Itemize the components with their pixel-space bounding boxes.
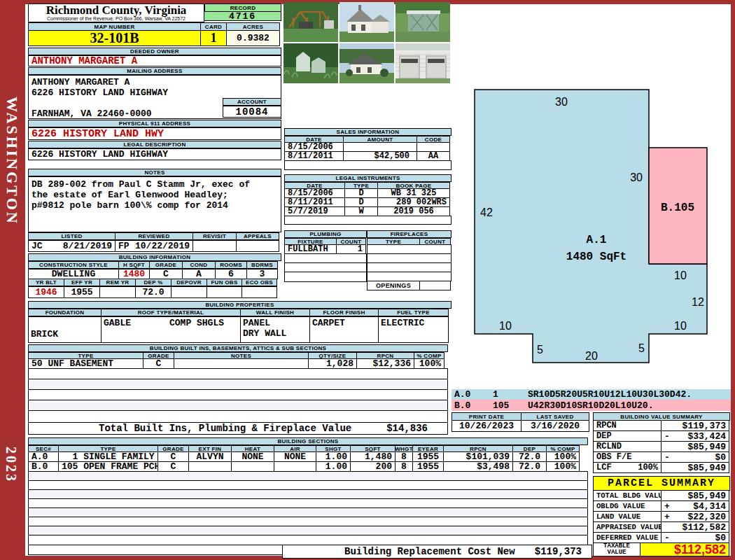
deeded-owner-label: DEEDED OWNER xyxy=(28,48,281,55)
legal-instrument-row: 8/11/2011 D 289 002WRS xyxy=(284,197,450,207)
sales-cell xyxy=(343,142,417,152)
cond-value: A xyxy=(182,269,216,279)
replacement-cost-label: Building Replacement Cost New xyxy=(344,546,515,557)
legend-vector: SR10D5R20U5R10U12L10U30L30D42. xyxy=(528,389,692,400)
bs-cell: 100% xyxy=(546,451,580,462)
bs-cell: 105 OPEN FRAME PCH xyxy=(58,461,158,472)
bvs-value: $119,373 xyxy=(682,421,726,431)
last-saved-value: 3/16/2020 xyxy=(521,420,589,432)
ecoobs-label: ECO OBS xyxy=(241,279,277,286)
bs-cell: C xyxy=(158,451,189,462)
bvs-row: OBS F/E - $0 xyxy=(593,451,729,463)
review-header-row: LISTED REVIEWED REVISIT APPEALS xyxy=(28,232,279,240)
bvs-label: RPCN xyxy=(593,420,662,431)
building-section-row: B.0 105 OPEN FRAME PCH C 1.00 200 8 1955… xyxy=(28,461,580,472)
sidebar-spine: WASHINGTON 2023 xyxy=(0,0,25,560)
dim-bottom-right: 10 xyxy=(674,320,687,332)
foundation-value: BRICK xyxy=(28,316,102,343)
depovr-value xyxy=(171,286,207,298)
ps-value: $22,320 xyxy=(687,512,726,522)
bvs-label: LCF xyxy=(596,463,612,472)
sidebar-district-label: WASHINGTON xyxy=(3,97,21,225)
bs-cell: 8 xyxy=(395,451,413,462)
notes-line-3: p#9812 pole barn 100\% comp for 2014 xyxy=(31,200,278,211)
area-a-label: A.1 xyxy=(587,234,607,246)
legal-instrument-row: 5/7/2019 W 2019 056 xyxy=(284,206,450,216)
photo-greenhouse-thumbnail[interactable] xyxy=(284,43,338,83)
funobs-label: FUN OBS xyxy=(206,279,242,286)
sketch-legend-row-b: B.0 105 U42R30D10SR10D20L10U20. xyxy=(451,400,731,411)
bs-cell: C xyxy=(158,461,189,472)
photo-pole-barn-thumbnail[interactable] xyxy=(284,2,338,42)
photo-garage-thumbnail[interactable] xyxy=(396,43,450,83)
sales-row: 8/15/2006 xyxy=(284,142,450,152)
bvs-value: $0 xyxy=(715,452,726,463)
bvs-row: LCF 100% $85,949 xyxy=(593,462,729,473)
building-sections-title: BUILDING SECTIONS xyxy=(28,438,588,445)
print-info-value-row: 10/26/2023 3/16/2020 xyxy=(451,420,589,432)
listed-date: 8/21/2019 xyxy=(63,241,112,251)
hsqft-value: 1480 xyxy=(118,269,150,279)
built-ins-total-value: $14,836 xyxy=(386,423,428,434)
bs-cell: $101,039 xyxy=(443,451,513,462)
ps-value: $4,314 xyxy=(693,501,726,512)
legal-instrument-row xyxy=(284,216,451,225)
taxable-value-row: TAXABLE VALUE $112,582 xyxy=(593,542,729,556)
bdrms-label: BDRMS xyxy=(246,261,278,269)
ps-sign: - xyxy=(664,533,670,543)
notes-label: NOTES xyxy=(28,169,281,176)
ps-value: $0 xyxy=(715,533,726,543)
parcel-summary-row: DEFERRED VALUE - $0 xyxy=(593,532,729,543)
review-value-row: JC 8/21/2019 FP 10/22/2019 xyxy=(28,240,279,252)
ps-sign: + xyxy=(664,512,670,522)
bs-cell: ALVYN xyxy=(188,451,232,462)
photo-metal-shed-thumbnail[interactable] xyxy=(396,2,450,42)
building-info-value-row-1: DWELLING 1480 C A 6 3 xyxy=(28,269,278,279)
dim-under-b: 10 xyxy=(674,270,687,281)
bs-cell: 200 xyxy=(350,461,396,472)
notes-line-2: the estate of Earl Glenwood Headley; xyxy=(31,190,278,200)
fireplaces-title: FIREPLACES xyxy=(367,230,451,238)
bs-cell: 72.0 xyxy=(512,461,547,472)
roof-type-value: GABLE xyxy=(104,318,131,328)
plumbing-row: FULLBATH 1 xyxy=(284,244,366,254)
notes-box: DB 289-002 from Paul C Stamm Jr, exec of… xyxy=(28,176,281,232)
bvs-label: RCLND xyxy=(593,441,662,452)
taxable-value-label: TAXABLE VALUE xyxy=(593,542,640,556)
bs-cell: A.0 xyxy=(28,451,59,462)
bvs-pct: 100% xyxy=(638,463,658,472)
account-label: ACCOUNT xyxy=(223,98,281,106)
bs-cell xyxy=(188,461,232,472)
legend-num: 1 xyxy=(493,389,528,400)
photo-house-front-thumbnail[interactable] xyxy=(340,2,394,42)
dep-pct-value: 72.0 xyxy=(135,286,172,298)
record-value: 4716 xyxy=(204,11,281,21)
yrblt-value: 1946 xyxy=(28,286,64,298)
li-cell: 5/7/2019 xyxy=(284,206,345,216)
rooms-value: 6 xyxy=(215,269,247,279)
effyr-label: EFF YR xyxy=(64,279,100,286)
sales-cell: 8/11/2011 xyxy=(284,151,344,161)
fuel-type-value: ELECTRIC xyxy=(378,316,449,343)
bvs-value: $85,949 xyxy=(687,442,726,452)
building-sketch: 30 42 30 A.1 1480 SqFt B.105 10 12 10 10… xyxy=(458,79,735,382)
revisit-value xyxy=(192,240,237,252)
sales-row xyxy=(284,160,451,170)
county-title: Richmond County, Virginia xyxy=(29,4,204,16)
photo-house-side-thumbnail[interactable] xyxy=(340,43,394,83)
revisit-label: REVISIT xyxy=(192,232,237,240)
effyr-value: 1955 xyxy=(64,286,100,298)
ps-value: $112,582 xyxy=(682,522,726,533)
listed-by: JC xyxy=(31,241,43,251)
li-cell: D xyxy=(344,197,378,207)
sales-row: 8/11/2011 $42,500 AA xyxy=(284,151,450,161)
appeals-label: APPEALS xyxy=(236,232,279,240)
notes-line-1: DB 289-002 from Paul C Stamm Jr, exec of xyxy=(31,179,278,190)
plumbing-count-value: 1 xyxy=(336,244,366,254)
bi-cell: 50 UNF BASEMENT xyxy=(28,358,144,369)
building-information-title: BUILDING INFORMATION xyxy=(28,253,281,261)
mailing-address-label: MAILING ADDRESS xyxy=(28,67,281,75)
building-info-value-row-2: 1946 1955 72.0 xyxy=(28,286,277,298)
roof-material-value: COMP SHGLS xyxy=(169,318,224,328)
ps-label: OBLDG VALUE xyxy=(593,500,662,512)
